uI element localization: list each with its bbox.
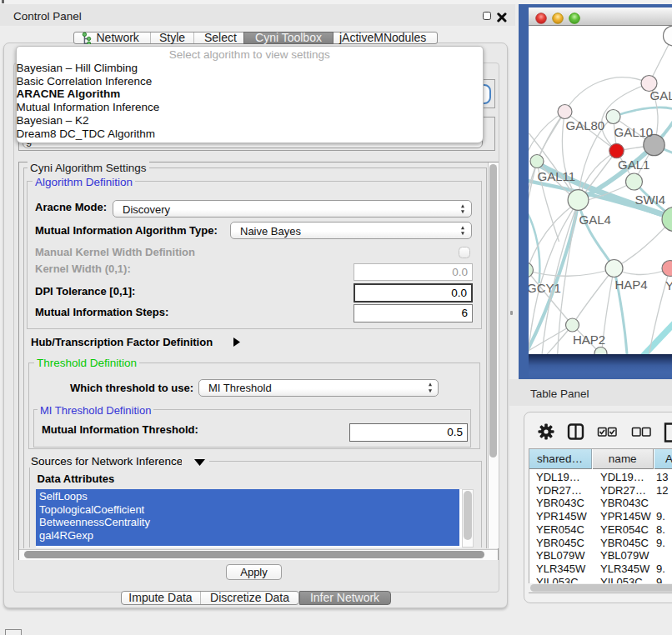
svg-text:GAL80: GAL80 xyxy=(565,118,604,132)
svg-text:GAL11: GAL11 xyxy=(537,169,575,183)
svg-text:HAP2: HAP2 xyxy=(573,332,605,347)
svg-text:SWI4: SWI4 xyxy=(634,192,665,207)
svg-text:GAL4: GAL4 xyxy=(579,212,610,227)
svg-text:HAP4: HAP4 xyxy=(614,278,647,292)
svg-text:Y: Y xyxy=(665,278,672,292)
svg-text:GAL1: GAL1 xyxy=(618,158,649,172)
svg-text:GAL: GAL xyxy=(649,88,672,102)
svg-text:GAL10: GAL10 xyxy=(614,125,653,139)
svg-text:GCY1: GCY1 xyxy=(529,281,561,295)
